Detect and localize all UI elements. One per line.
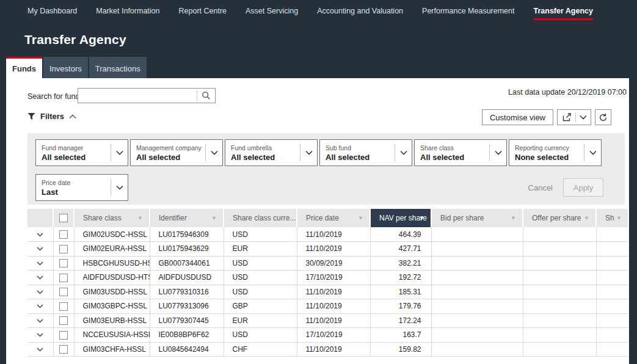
column-header[interactable]: Share class curre... ▼ [224, 209, 297, 227]
sort-arrow-icon: ▼ [211, 215, 217, 221]
row-checkbox[interactable] [59, 345, 68, 354]
export-icon [562, 113, 572, 122]
tab[interactable]: Investors [43, 57, 88, 78]
column-header[interactable]: Share class ▼ [74, 209, 150, 227]
cell-identifier: GB0007344061 [150, 256, 224, 271]
filters-label: Filters [40, 112, 64, 121]
tab[interactable]: Funds [6, 57, 42, 78]
column-header[interactable]: Identifier ▼ [150, 209, 224, 227]
filter-dropdown[interactable]: Reporting currency None selected [509, 139, 602, 166]
filter-dropdown[interactable]: Management company All selected [130, 139, 223, 166]
column-header[interactable]: NAV per share ▼ [370, 209, 431, 227]
cell-offer-per-share [523, 227, 596, 242]
sort-arrow-icon: ▼ [285, 215, 290, 221]
cell-bid-per-share [431, 328, 523, 343]
row-checkbox[interactable] [59, 316, 68, 325]
cell-nav-per-share: 159.82 [370, 342, 431, 357]
row-expand-chevron[interactable] [37, 261, 43, 266]
filter-dropdown[interactable]: Fund umbrella All selected [225, 139, 318, 166]
chevron-down-icon [37, 348, 43, 352]
search-input[interactable] [78, 89, 197, 103]
cell-price-date: 17/10/2019 [297, 328, 370, 343]
cell-bid-per-share [431, 299, 523, 314]
table-row: AIDFDUSDUSD-HTSG AIDFDUSDUSD USD 17/10/2… [27, 271, 628, 285]
cell-offer-per-share [523, 328, 596, 343]
row-expand-chevron[interactable] [37, 319, 43, 323]
cell-offer-per-share [523, 271, 596, 285]
apply-button[interactable]: Apply [563, 178, 603, 197]
table-row: GIM03USDD-HSSL LU0779310316 USD 11/10/20… [27, 285, 628, 299]
row-checkbox[interactable] [59, 331, 68, 340]
cell-identifier: LU0779307445 [150, 313, 224, 328]
chevron-down-icon [37, 290, 43, 294]
last-data-update: Last data update 20/12/2019 07:00 [508, 88, 627, 96]
row-expand-chevron[interactable] [37, 333, 43, 337]
row-expand-chevron[interactable] [37, 247, 43, 251]
nav-item[interactable]: Performance Measurement [422, 0, 514, 21]
tab[interactable]: Transactions [89, 57, 147, 78]
cell-identifier: LU0175943629 [150, 242, 224, 257]
cell-share-class: GIM03GBPC-HSSL [74, 299, 150, 314]
search-label: Search for funds [27, 92, 84, 101]
row-expand-chevron[interactable] [37, 275, 43, 280]
column-header[interactable]: Offer per share ▼ [523, 209, 596, 227]
dropdown-text: Sub fund All selected [320, 141, 395, 165]
filter-dropdown[interactable]: Share class All selected [414, 139, 507, 166]
row-checkbox[interactable] [59, 245, 68, 253]
chevron-down-icon [37, 275, 43, 280]
row-expand-chevron[interactable] [37, 233, 43, 237]
column-header[interactable]: Bid per share ▼ [431, 209, 523, 227]
refresh-button[interactable] [595, 109, 611, 125]
cell-price-date: 11/10/2019 [297, 299, 370, 314]
cell-currency: GBP [224, 299, 297, 314]
cell-bid-per-share [431, 342, 523, 357]
row-checkbox[interactable] [59, 302, 68, 311]
select-all-checkbox[interactable] [59, 214, 68, 222]
customise-view-button[interactable]: Customise view [482, 109, 553, 125]
sort-arrow-icon: ▼ [358, 215, 363, 221]
row-checkbox[interactable] [59, 288, 68, 296]
column-header[interactable]: Price date ▼ [297, 209, 370, 227]
cell-share-class: GIM03CHFA-HSSL [74, 342, 150, 357]
filter-dropdown[interactable]: Sub fund All selected [319, 139, 412, 166]
dropdown-text: Fund manager All selected [36, 141, 111, 165]
cancel-button[interactable]: Cancel [528, 183, 553, 192]
dropdown-value: Last [42, 187, 111, 197]
cell-offer-per-share [523, 342, 596, 357]
cell-extra [596, 285, 628, 299]
row-expand-chevron[interactable] [37, 348, 43, 352]
cell-share-class: GIM03EURB-HSSL [74, 313, 150, 328]
nav-item[interactable]: Asset Servicing [246, 0, 298, 21]
table-header-row: Share class ▼ Identifier ▼ Share class c… [27, 209, 628, 227]
funds-table: Share class ▼ Identifier ▼ Share class c… [27, 209, 629, 364]
nav-item[interactable]: Report Centre [179, 0, 227, 21]
export-split-button[interactable] [557, 109, 591, 125]
cell-nav-per-share: 192.72 [370, 271, 431, 285]
filter-dropdown[interactable]: Fund manager All selected [35, 139, 128, 166]
chevron-down-icon [489, 144, 506, 161]
row-checkbox[interactable] [59, 274, 68, 282]
row-checkbox[interactable] [59, 230, 68, 239]
price-date-dropdown[interactable]: Price date Last [35, 174, 128, 201]
nav-item[interactable]: Transfer Agency [534, 0, 594, 21]
filters-toggle[interactable]: Filters [27, 112, 76, 121]
search-box [78, 88, 216, 103]
dropdown-label: Price date [42, 179, 111, 186]
chevron-down-icon [37, 319, 43, 323]
row-expand-chevron[interactable] [37, 290, 43, 294]
sort-arrow-icon: ▼ [616, 215, 622, 221]
dropdown-label: Sub fund [326, 144, 395, 151]
cell-share-class: GIM02EURA-HSSL [74, 242, 150, 257]
cell-bid-per-share [431, 242, 523, 257]
row-expand-chevron[interactable] [37, 304, 43, 308]
nav-item[interactable]: Accounting and Valuation [317, 0, 403, 21]
button-divider [575, 112, 576, 122]
cell-price-date: 11/10/2019 [297, 313, 370, 328]
cell-bid-per-share [431, 271, 523, 285]
nav-item[interactable]: Market Information [96, 0, 159, 21]
row-checkbox[interactable] [59, 259, 68, 268]
search-button[interactable] [197, 90, 215, 101]
column-header[interactable]: Sh ▼ [596, 209, 628, 227]
cell-currency: USD [224, 285, 297, 299]
nav-item[interactable]: My Dashboard [27, 0, 77, 21]
